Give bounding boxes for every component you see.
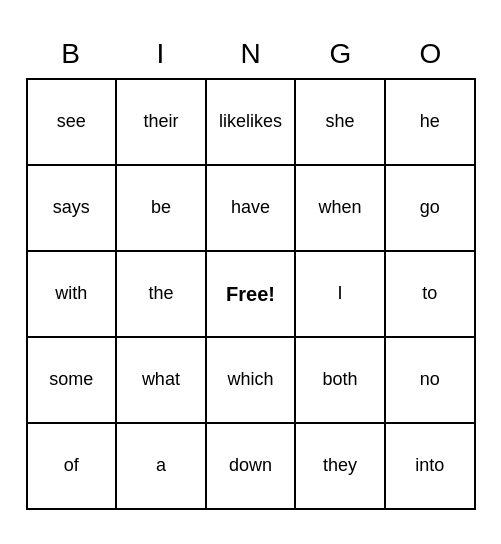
header-letter: B	[26, 34, 116, 74]
header-letter: I	[116, 34, 206, 74]
bingo-cell[interactable]: down	[207, 424, 297, 508]
bingo-row: saysbehavewhengo	[28, 166, 474, 252]
bingo-cell[interactable]: she	[296, 80, 386, 164]
bingo-grid: seetheirlikelikesshehesaysbehavewhengowi…	[26, 78, 476, 510]
bingo-header: BINGO	[26, 34, 476, 74]
bingo-cell[interactable]: likelikes	[207, 80, 297, 164]
header-letter: O	[386, 34, 476, 74]
bingo-row: withtheFree!Ito	[28, 252, 474, 338]
bingo-cell[interactable]: into	[386, 424, 474, 508]
bingo-cell[interactable]: be	[117, 166, 207, 250]
bingo-cell[interactable]: when	[296, 166, 386, 250]
bingo-cell[interactable]: I	[296, 252, 386, 336]
bingo-cell[interactable]: go	[386, 166, 474, 250]
bingo-row: ofadowntheyinto	[28, 424, 474, 508]
bingo-cell[interactable]: with	[28, 252, 118, 336]
bingo-cell[interactable]: see	[28, 80, 118, 164]
bingo-cell[interactable]: the	[117, 252, 207, 336]
bingo-cell[interactable]: of	[28, 424, 118, 508]
bingo-cell[interactable]: what	[117, 338, 207, 422]
bingo-cell[interactable]: have	[207, 166, 297, 250]
bingo-cell[interactable]: they	[296, 424, 386, 508]
bingo-cell[interactable]: both	[296, 338, 386, 422]
bingo-row: seetheirlikelikesshehe	[28, 80, 474, 166]
free-space[interactable]: Free!	[207, 252, 297, 336]
bingo-cell[interactable]: says	[28, 166, 118, 250]
bingo-board: BINGO seetheirlikelikesshehesaysbehavewh…	[26, 34, 476, 510]
bingo-cell[interactable]: some	[28, 338, 118, 422]
header-letter: G	[296, 34, 386, 74]
bingo-cell[interactable]: which	[207, 338, 297, 422]
bingo-cell[interactable]: no	[386, 338, 474, 422]
bingo-cell[interactable]: their	[117, 80, 207, 164]
bingo-cell[interactable]: to	[386, 252, 474, 336]
bingo-cell[interactable]: he	[386, 80, 474, 164]
bingo-cell[interactable]: a	[117, 424, 207, 508]
header-letter: N	[206, 34, 296, 74]
bingo-row: somewhatwhichbothno	[28, 338, 474, 424]
